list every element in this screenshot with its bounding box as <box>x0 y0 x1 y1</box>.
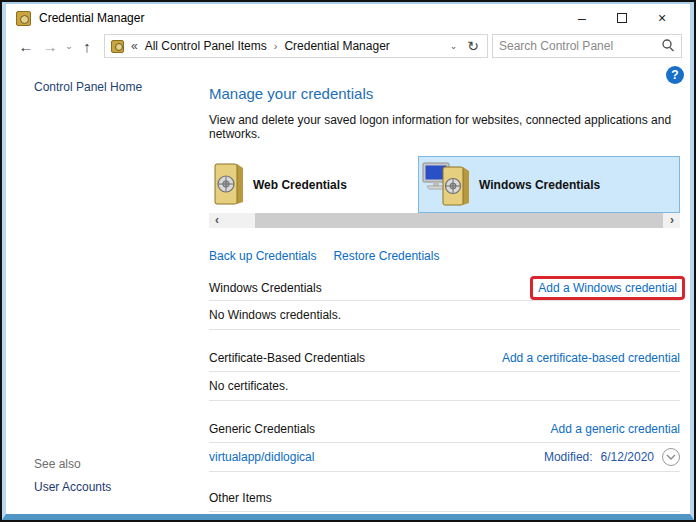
backup-credentials-link[interactable]: Back up Credentials <box>209 249 316 263</box>
credential-row-virtualapp[interactable]: virtualapp/didlogical Modified: 6/12/202… <box>209 443 680 471</box>
certificate-credentials-section-header: Certificate-Based Credentials Add a cert… <box>209 345 680 371</box>
chevron-down-icon[interactable] <box>662 448 680 466</box>
tab-web-credentials-label: Web Credentials <box>253 178 347 192</box>
see-also-block: See also User Accounts <box>34 457 111 494</box>
main-panel: ? Manage your credentials View and delet… <box>201 62 690 514</box>
address-bar[interactable]: « All Control Panel Items › Credential M… <box>104 34 488 58</box>
breadcrumb-separator-icon: › <box>274 40 278 52</box>
breadcrumb-credential-manager[interactable]: Credential Manager <box>284 39 389 53</box>
scroll-left-icon[interactable]: ‹ <box>209 213 225 228</box>
history-dropdown-icon[interactable]: ⌄ <box>62 41 76 51</box>
screenshot-frame: Credential Manager – × ← → ⌄ ↑ « All Con… <box>0 0 696 522</box>
credential-row-sso-pop-device[interactable]: SSO_POP_Device Modified: Today <box>209 512 680 514</box>
certificate-credentials-section-title: Certificate-Based Credentials <box>209 351 365 365</box>
add-generic-credential-link[interactable]: Add a generic credential <box>551 422 680 436</box>
refresh-icon[interactable]: ↻ <box>463 38 483 54</box>
minimize-button[interactable]: – <box>562 5 602 31</box>
window-controls: – × <box>562 5 682 31</box>
scroll-right-icon[interactable]: › <box>664 213 680 228</box>
window-title: Credential Manager <box>39 11 144 25</box>
restore-credentials-link[interactable]: Restore Credentials <box>333 249 439 263</box>
separator <box>209 400 680 401</box>
navigation-bar: ← → ⌄ ↑ « All Control Panel Items › Cred… <box>6 32 690 62</box>
credential-name-link[interactable]: virtualapp/didlogical <box>209 450 314 464</box>
tab-windows-credentials-label: Windows Credentials <box>479 178 600 192</box>
title-bar: Credential Manager – × <box>6 4 690 32</box>
page-title: Manage your credentials <box>209 85 680 102</box>
other-items-section-header: Other Items <box>209 485 680 511</box>
vault-app-icon <box>16 11 31 26</box>
add-windows-credential-link[interactable]: Add a Windows credential <box>538 281 677 295</box>
modified-value: 6/12/2020 <box>601 450 654 464</box>
page-description: View and delete your saved logon informa… <box>209 113 680 141</box>
windows-credentials-section-header: Windows Credentials Add a Windows creden… <box>209 276 680 300</box>
help-icon[interactable]: ? <box>666 66 684 84</box>
see-also-label: See also <box>34 457 111 471</box>
scrollbar-thumb[interactable] <box>255 213 663 228</box>
address-dropdown-icon[interactable]: ⌄ <box>444 41 464 51</box>
windows-credentials-empty-text: No Windows credentials. <box>209 301 680 329</box>
sidebar-item-user-accounts[interactable]: User Accounts <box>34 480 111 494</box>
credential-row-right: Modified: 6/12/2020 <box>544 448 680 466</box>
tab-windows-credentials[interactable]: Windows Credentials <box>418 156 680 213</box>
content-area: Control Panel Home See also User Account… <box>6 62 690 514</box>
certificate-credentials-empty-text: No certificates. <box>209 372 680 400</box>
credential-tabs: Web Credentials <box>209 156 680 213</box>
up-button[interactable]: ↑ <box>76 38 98 55</box>
separator <box>209 329 680 330</box>
forward-button[interactable]: → <box>38 38 62 55</box>
credential-actions-row: Back up Credentials Restore Credentials <box>209 249 680 263</box>
maximize-button[interactable] <box>602 5 642 31</box>
add-certificate-credential-link[interactable]: Add a certificate-based credential <box>502 351 680 365</box>
generic-credentials-section-title: Generic Credentials <box>209 422 315 436</box>
modified-label: Modified: <box>544 450 593 464</box>
annotation-red-box: Add a Windows credential <box>530 276 685 300</box>
maximize-icon <box>617 13 627 23</box>
credential-manager-window: Credential Manager – × ← → ⌄ ↑ « All Con… <box>2 2 694 520</box>
scrollbar-track[interactable] <box>225 213 664 228</box>
windows-credentials-section-title: Windows Credentials <box>209 281 322 295</box>
sidebar: Control Panel Home See also User Account… <box>6 62 201 514</box>
windows-vault-icon <box>421 159 473 210</box>
breadcrumb-all-control-panel-items[interactable]: All Control Panel Items <box>145 39 267 53</box>
separator <box>209 471 680 472</box>
close-button[interactable]: × <box>642 5 682 31</box>
search-icon[interactable] <box>661 38 675 55</box>
back-button[interactable]: ← <box>14 38 38 55</box>
generic-credentials-section-header: Generic Credentials Add a generic creden… <box>209 416 680 442</box>
vault-breadcrumb-icon <box>111 40 124 53</box>
web-vault-icon <box>211 160 247 209</box>
search-input[interactable] <box>499 39 661 53</box>
tab-web-credentials[interactable]: Web Credentials <box>209 156 418 213</box>
search-box <box>492 34 682 58</box>
horizontal-scrollbar[interactable]: ‹ › <box>209 213 680 228</box>
breadcrumb-collapse-icon[interactable]: « <box>131 39 138 53</box>
other-items-section-title: Other Items <box>209 491 272 505</box>
sidebar-item-control-panel-home[interactable]: Control Panel Home <box>34 80 201 94</box>
